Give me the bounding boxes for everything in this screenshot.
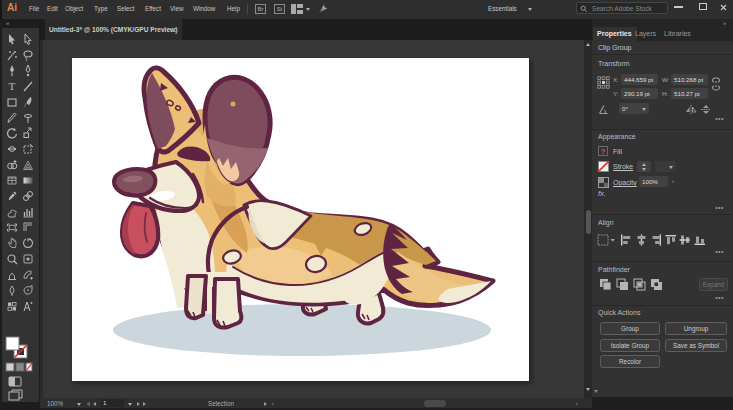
svg-text:T: T xyxy=(9,80,16,92)
